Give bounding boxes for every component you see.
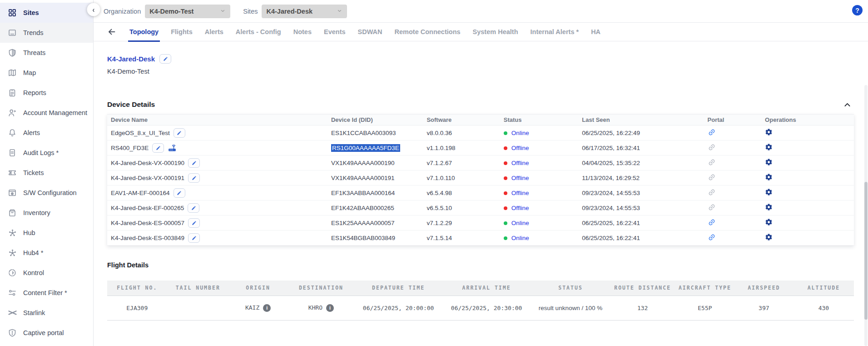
status-link[interactable]: Offline <box>511 160 529 166</box>
sidebar-item-map[interactable]: Map <box>0 63 93 83</box>
operations-gear-icon[interactable] <box>765 203 773 211</box>
sidebar-item-threats[interactable]: Threats <box>0 43 93 63</box>
sidebar-item-captive-portal[interactable]: Captive portal <box>0 323 93 343</box>
tab-topology[interactable]: Topology <box>129 23 159 41</box>
status-link[interactable]: Offline <box>511 205 529 211</box>
portal-link-icon[interactable] <box>708 128 716 136</box>
edit-device-name-button[interactable] <box>188 173 200 183</box>
status-cell: Offline <box>500 201 579 216</box>
site-name-link[interactable]: K4-Jared-Desk <box>107 55 155 63</box>
portal-link-icon[interactable] <box>708 158 716 166</box>
chevron-down-icon <box>220 8 226 15</box>
help-icon[interactable]: ? <box>852 5 863 15</box>
software-cell: v6.5.4.98 <box>423 186 500 201</box>
portal-link-icon[interactable] <box>708 218 716 226</box>
table-row: K4-Jared-Desk-ES-000057ES1K25AAAAA000057… <box>107 216 854 231</box>
info-icon[interactable]: i <box>263 304 271 312</box>
tab-flights[interactable]: Flights <box>171 23 193 41</box>
operations-gear-icon[interactable] <box>765 158 773 166</box>
operations-gear-icon[interactable] <box>765 233 773 241</box>
status-dot <box>504 191 507 195</box>
portal-link-icon[interactable] <box>708 173 716 181</box>
edit-device-name-button[interactable] <box>174 188 185 198</box>
scrollbar-thumb[interactable] <box>864 182 868 320</box>
sidebar-item-account-management[interactable]: Account Management <box>0 103 93 123</box>
status-link[interactable]: Offline <box>511 175 529 181</box>
table-row: K4-Jared-Desk-EF-000265EF1K42ABAAB000265… <box>107 201 854 216</box>
sidebar-collapse-button[interactable]: ‹ <box>87 3 100 16</box>
tab-sdwan[interactable]: SDWAN <box>358 23 382 41</box>
status-link[interactable]: Online <box>511 130 529 136</box>
operations-cell <box>761 170 854 186</box>
sidebar-item-content-filter[interactable]: Content Filter * <box>0 283 93 303</box>
status-cell: Offline <box>500 170 579 186</box>
status-link[interactable]: Online <box>511 235 529 241</box>
sidebar-item-audit-logs[interactable]: Audit Logs * <box>0 143 93 163</box>
tab-events[interactable]: Events <box>324 23 346 41</box>
edit-device-name-button[interactable] <box>188 158 200 168</box>
edit-device-name-button[interactable] <box>152 143 164 153</box>
status-link[interactable]: Offline <box>511 145 529 151</box>
sidebar-item-alerts[interactable]: Alerts <box>0 123 93 143</box>
sidebar-item-inventory[interactable]: Inventory <box>0 203 93 223</box>
sidebar-item-hub[interactable]: Hub <box>0 223 93 243</box>
column-header: Device Id (DID) <box>327 115 423 125</box>
router-icon[interactable] <box>168 144 177 152</box>
tab-ha[interactable]: HA <box>591 23 600 41</box>
edit-device-name-button[interactable] <box>188 203 199 213</box>
sidebar-item-kontrol[interactable]: Kontrol <box>0 263 93 283</box>
column-header: Status <box>500 115 579 125</box>
chevron-down-icon <box>337 8 342 15</box>
device-id-cell: EF1K3AABBAA000164 <box>327 186 423 201</box>
edit-site-name-button[interactable] <box>159 54 171 64</box>
back-arrow-icon[interactable] <box>107 27 116 36</box>
column-header: STATUS <box>531 281 610 296</box>
column-header: ORIGIN <box>229 281 287 296</box>
last-seen-cell: 06/17/2025, 16:32:41 <box>578 140 704 155</box>
sidebar-item-hub4[interactable]: Hub4 * <box>0 243 93 263</box>
portal-link-icon[interactable] <box>708 203 716 211</box>
portal-link-icon[interactable] <box>708 143 716 151</box>
operations-gear-icon[interactable] <box>765 128 773 136</box>
sidebar-item-label: Hub4 * <box>23 249 43 256</box>
threats-icon <box>7 48 17 58</box>
tab-system-health[interactable]: System Health <box>473 23 518 41</box>
device-name-text: EdgeOS_8.x_UI_Test <box>111 130 170 136</box>
column-header: AIRCRAFT TYPE <box>675 281 734 296</box>
edit-device-name-button[interactable] <box>188 218 200 228</box>
operations-gear-icon[interactable] <box>765 173 773 181</box>
sidebar-item-s-w-configuration[interactable]: S/W Configuration <box>0 183 93 203</box>
table-row: K4-Jared-Desk-VX-000191VX1K49AAAAA000191… <box>107 170 854 186</box>
sidebar-item-reports[interactable]: Reports <box>0 83 93 103</box>
operations-gear-icon[interactable] <box>765 143 773 151</box>
sidebar-item-label: Map <box>23 69 36 76</box>
tab-alerts[interactable]: Alerts <box>205 23 223 41</box>
portal-link-icon[interactable] <box>708 188 716 196</box>
status-link[interactable]: Offline <box>511 190 529 196</box>
edit-device-name-button[interactable] <box>188 233 200 243</box>
device-id-cell: EF1K42ABAAB000265 <box>327 201 423 216</box>
organization-select[interactable]: K4-Demo-Test <box>145 5 230 18</box>
portal-cell <box>704 155 762 170</box>
status-link[interactable]: Online <box>511 220 529 226</box>
flight-table-header-row: FLIGHT NO.TAIL NUMBERORIGINDESTINATIONDE… <box>107 281 854 296</box>
operations-gear-icon[interactable] <box>765 188 773 196</box>
tab-alerts-config[interactable]: Alerts - Config <box>236 23 281 41</box>
collapse-panel-chevron-up-icon[interactable] <box>843 101 854 109</box>
edit-device-name-button[interactable] <box>174 128 185 138</box>
tab-notes[interactable]: Notes <box>293 23 312 41</box>
tail-number-cell <box>167 296 229 320</box>
portal-link-icon[interactable] <box>708 233 716 241</box>
top-bar: Organization K4-Demo-Test Sites K4-Jared… <box>94 0 868 23</box>
column-header: TAIL NUMBER <box>167 281 229 296</box>
info-icon[interactable]: i <box>326 304 334 312</box>
sidebar-item-tickets[interactable]: Tickets <box>0 163 93 183</box>
tab-internal-alerts[interactable]: Internal Alerts * <box>531 23 579 41</box>
software-cell: v7.1.0.110 <box>423 170 500 186</box>
operations-gear-icon[interactable] <box>765 218 773 226</box>
sidebar-item-sites[interactable]: Sites <box>0 3 93 23</box>
tab-remote-connections[interactable]: Remote Connections <box>395 23 461 41</box>
sites-select[interactable]: K4-Jared-Desk <box>262 5 347 18</box>
sidebar-item-trends[interactable]: Trends <box>0 23 93 43</box>
sidebar-item-starlink[interactable]: Starlink <box>0 303 93 323</box>
